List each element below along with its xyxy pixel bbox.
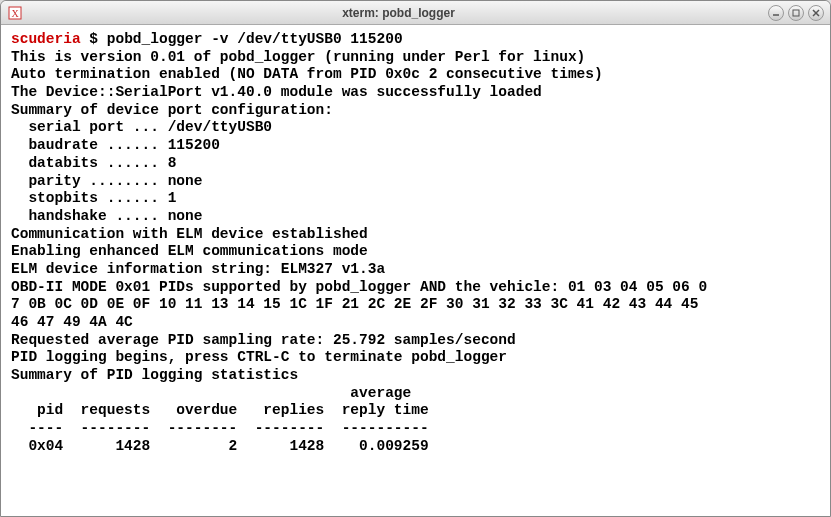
config-line: databits ...... 8: [11, 155, 176, 171]
table-row: 0x04 1428 2 1428 0.009259: [11, 438, 429, 454]
config-line: serial port ... /dev/ttyUSB0: [11, 119, 272, 135]
output-line: The Device::SerialPort v1.40.0 module wa…: [11, 84, 542, 100]
config-line: baudrate ...... 115200: [11, 137, 220, 153]
table-header: average: [11, 385, 411, 401]
maximize-button[interactable]: [788, 5, 804, 21]
svg-text:X: X: [11, 8, 19, 19]
output-line: Communication with ELM device establishe…: [11, 226, 368, 242]
prompt-host: scuderia: [11, 31, 81, 47]
output-line: OBD-II MODE 0x01 PIDs supported by pobd_…: [11, 279, 707, 295]
close-button[interactable]: [808, 5, 824, 21]
window-controls: [768, 5, 824, 21]
svg-rect-3: [793, 10, 799, 16]
output-line: Summary of PID logging statistics: [11, 367, 298, 383]
terminal-content[interactable]: scuderia $ pobd_logger -v /dev/ttyUSB0 1…: [1, 25, 830, 516]
output-line: 46 47 49 4A 4C: [11, 314, 133, 330]
output-line: PID logging begins, press CTRL-C to term…: [11, 349, 507, 365]
output-line: Auto termination enabled (NO DATA from P…: [11, 66, 603, 82]
output-line: Enabling enhanced ELM communications mod…: [11, 243, 368, 259]
output-line: Summary of device port configuration:: [11, 102, 333, 118]
app-icon: X: [7, 5, 23, 21]
command-text: pobd_logger -v /dev/ttyUSB0 115200: [107, 31, 403, 47]
config-line: handshake ..... none: [11, 208, 202, 224]
config-line: parity ........ none: [11, 173, 202, 189]
window-title: xterm: pobd_logger: [29, 6, 768, 20]
minimize-button[interactable]: [768, 5, 784, 21]
table-header: pid requests overdue replies reply time: [11, 402, 429, 418]
output-line: 7 0B 0C 0D 0E 0F 10 11 13 14 15 1C 1F 21…: [11, 296, 698, 312]
titlebar[interactable]: X xterm: pobd_logger: [1, 1, 830, 25]
config-line: stopbits ...... 1: [11, 190, 176, 206]
output-line: Requested average PID sampling rate: 25.…: [11, 332, 516, 348]
output-line: This is version 0.01 of pobd_logger (run…: [11, 49, 585, 65]
xterm-window: X xterm: pobd_logger scuderia $ pobd_log…: [0, 0, 831, 517]
output-line: ELM device information string: ELM327 v1…: [11, 261, 385, 277]
table-separator: ---- -------- -------- -------- --------…: [11, 420, 429, 436]
prompt-symbol: $: [89, 31, 98, 47]
